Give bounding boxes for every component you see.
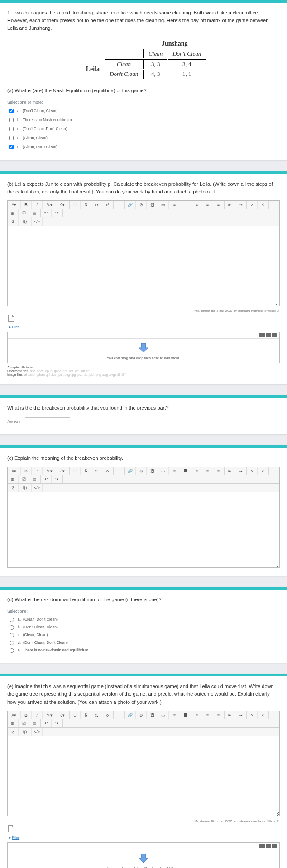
align-left-button: ≡ — [191, 201, 202, 209]
question-text: (e) Imagine that this was a sequential g… — [7, 683, 280, 706]
radio-e[interactable] — [10, 648, 14, 653]
highlight-button: ◊▾ — [56, 201, 69, 209]
align-right-button: ≡ — [213, 201, 224, 209]
checkbox-c[interactable] — [9, 127, 14, 131]
indent-button: ⇥ — [235, 201, 246, 209]
option-a: a.(Don't Clean, Clean) — [7, 107, 280, 114]
option-c: c.(Clean, Clean) — [7, 632, 280, 637]
table-button: ▦ — [8, 209, 19, 217]
media-button: ▭ — [158, 201, 169, 209]
upload-arrow-icon — [138, 854, 149, 863]
view-list-icon — [266, 333, 271, 337]
answer-input[interactable] — [25, 417, 70, 426]
rich-text-editor: A▾BI ✎▾◊▾ US̶x₂x² I 🔗⊘ 🖼▭ ≡≣ ≡≡≡ ⇤⇥ >< ▦… — [7, 711, 280, 816]
question-text: (d) What is the risk-dominant equilibriu… — [7, 596, 280, 604]
option-e: e.(Clean, Don't Clean) — [7, 143, 280, 151]
strike-button: S̶ — [81, 201, 91, 209]
info-button: I — [114, 201, 124, 209]
document-icon — [8, 825, 14, 832]
rich-text-editor: A▾BI ✎▾◊▾ US̶x₂x² I 🔗⊘ 🖼▭ ≡≣ ≡≡≡ ⇤⇥ >< ▦… — [7, 200, 280, 306]
view-tree-icon — [272, 333, 277, 337]
radio-c[interactable] — [10, 633, 14, 637]
editor-toolbar[interactable]: A▾BI ✎▾◊▾ US̶x₂x² I 🔗⊘ 🖼▭ ≡≣ ≡≡≡ ⇤⇥ >< ▦… — [8, 467, 279, 484]
checkbox-b[interactable] — [9, 118, 14, 122]
link-button: 🔗 — [125, 201, 136, 209]
editor-body[interactable] — [8, 492, 279, 567]
bold-button: B — [21, 201, 32, 209]
sub-question-a: (a) What is (are) the Nash Equilibrium (… — [7, 87, 280, 94]
option-d: d.(Clean, Clean) — [7, 134, 280, 142]
undo-button: ↶ — [41, 209, 52, 217]
payoff-matrix: Junshang CleanDon't Clean Leila Clean 3,… — [7, 38, 280, 80]
radio-a[interactable] — [10, 618, 14, 622]
svg-marker-1 — [139, 854, 148, 863]
editor-toolbar[interactable]: A▾BI ✎▾◊▾ US̶x₂x² I 🔗⊘ 🖼▭ ≡≣ ≡≡≡ ⇤⇥ >< ▦… — [8, 711, 279, 728]
question-text: What is the the breakeven probability th… — [7, 404, 280, 412]
hr-button: ▤ — [29, 209, 40, 217]
radio-b[interactable] — [10, 625, 14, 630]
checkbox-e[interactable] — [9, 145, 14, 149]
question-text: (b) Leila expects Jun to clean with prob… — [7, 180, 280, 196]
option-d: d.(Don't Clean, Don't Clean) — [7, 639, 280, 645]
rich-text-editor: A▾BI ✎▾◊▾ US̶x₂x² I 🔗⊘ 🖼▭ ≡≣ ≡≡≡ ⇤⇥ >< ▦… — [7, 467, 280, 568]
underline-button: U — [70, 201, 81, 209]
image-button: 🖼 — [147, 201, 158, 209]
equation-button: f() — [19, 217, 32, 226]
option-c: c.(Don't Clean, Don't Clean) — [7, 125, 280, 132]
checkbox-a[interactable] — [9, 108, 14, 113]
question-text: (c) Explain the meaning of the breakeven… — [7, 454, 280, 462]
sup-button: x² — [102, 201, 113, 209]
files-link[interactable]: Files — [12, 835, 19, 840]
question-text: 1. Two colleagues, Leila and Junshang, s… — [7, 9, 280, 32]
files-link[interactable]: Files — [12, 325, 19, 329]
rtl-button: < — [258, 201, 268, 209]
sub-button: x₂ — [91, 201, 102, 209]
editor-toolbar[interactable]: A▾BI ✎▾◊▾ US̶x₂x² I 🔗⊘ 🖼▭ ≡≣ ≡≡≡ ⇤⇥ >< ▦… — [8, 201, 279, 217]
font-style-button: A▾ — [8, 201, 21, 209]
ul-button: ≡ — [169, 201, 180, 209]
ltr-button: > — [247, 201, 258, 209]
document-icon — [8, 315, 14, 322]
svg-marker-0 — [139, 343, 148, 352]
option-b: b.(Don't Clean, Clean) — [7, 624, 280, 630]
clear-button: ☑ — [19, 209, 29, 217]
outdent-button: ⇤ — [225, 201, 235, 209]
option-a: a.(Clean, Don't Clean) — [7, 616, 280, 622]
option-e: e.There is no risk-dominated equilibrium — [7, 647, 280, 653]
brush-button: ✎▾ — [43, 201, 56, 209]
italic-button: I — [32, 201, 43, 209]
option-b: b.There is no Nash equilibrium — [7, 116, 280, 123]
ol-button: ≣ — [180, 201, 191, 209]
accessibility-button: ⊘ — [8, 217, 19, 226]
align-center-button: ≡ — [202, 201, 213, 209]
checkbox-d[interactable] — [9, 136, 14, 140]
redo-button: ↷ — [52, 209, 62, 217]
editor-body[interactable] — [8, 736, 279, 816]
unlink-button: ⊘ — [136, 201, 147, 209]
file-drop-zone[interactable]: You can drag and drop files here to add … — [7, 842, 280, 868]
view-grid-icon — [259, 333, 265, 337]
upload-arrow-icon — [138, 343, 149, 352]
radio-d[interactable] — [10, 641, 14, 645]
editor-body[interactable] — [8, 226, 279, 306]
html-button: </> — [32, 217, 43, 226]
file-drop-zone[interactable]: You can drag and drop files here to add … — [7, 332, 280, 363]
